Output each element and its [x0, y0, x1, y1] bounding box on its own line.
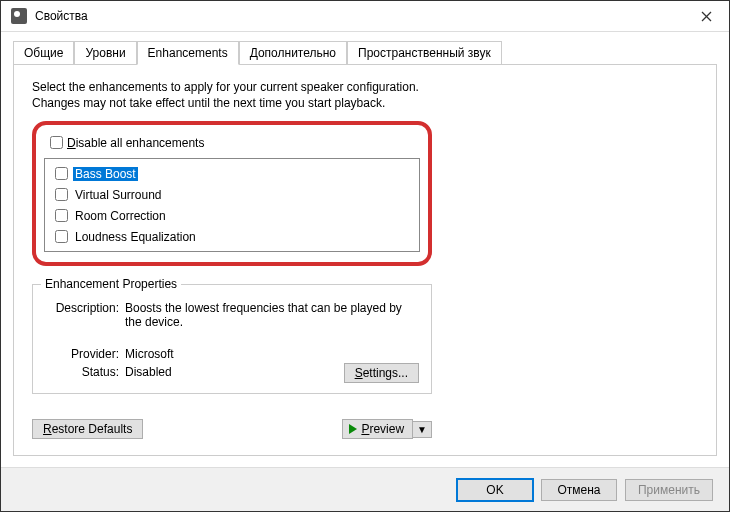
window-title: Свойства	[35, 9, 684, 23]
play-icon	[349, 424, 357, 434]
loudness-eq-checkbox[interactable]	[55, 230, 68, 243]
enhancement-item-room-correction[interactable]: Room Correction	[49, 205, 415, 226]
prop-provider-label: Provider:	[45, 347, 125, 361]
prop-status-label: Status:	[45, 365, 125, 379]
prop-provider-value: Microsoft	[125, 347, 419, 361]
preview-button[interactable]: Preview	[342, 419, 413, 439]
enhancements-description: Select the enhancements to apply for you…	[32, 79, 452, 111]
bass-boost-label: Bass Boost	[73, 167, 138, 181]
tab-enhancements[interactable]: Enhancements	[137, 41, 239, 65]
bass-boost-checkbox[interactable]	[55, 167, 68, 180]
enhancements-list[interactable]: Bass Boost Virtual Surround Room Correct…	[44, 158, 420, 252]
tab-strip: Общие Уровни Enhancements Дополнительно …	[1, 32, 729, 64]
prop-description-label: Description:	[45, 301, 125, 329]
cancel-button[interactable]: Отмена	[541, 479, 617, 501]
prop-description-value: Boosts the lowest frequencies that can b…	[125, 301, 419, 329]
enhancement-item-bass-boost[interactable]: Bass Boost	[49, 163, 415, 184]
disable-all-checkbox-row[interactable]: Disable all enhancements	[46, 133, 420, 152]
loudness-eq-label: Loudness Equalization	[73, 230, 198, 244]
properties-window: Свойства Общие Уровни Enhancements Допол…	[0, 0, 730, 512]
room-correction-checkbox[interactable]	[55, 209, 68, 222]
tab-general[interactable]: Общие	[13, 41, 74, 65]
speaker-icon	[11, 8, 27, 24]
highlight-annotation: Disable all enhancements Bass Boost Virt…	[32, 121, 432, 266]
disable-all-checkbox[interactable]	[50, 136, 63, 149]
preview-dropdown-button[interactable]: ▼	[413, 421, 432, 438]
enhancement-item-virtual-surround[interactable]: Virtual Surround	[49, 184, 415, 205]
settings-button[interactable]: Settings...	[344, 363, 419, 383]
enhancement-properties-group: Enhancement Properties Description: Boos…	[32, 284, 432, 394]
room-correction-label: Room Correction	[73, 209, 168, 223]
preview-button-group: Preview ▼	[342, 419, 432, 439]
disable-all-label: Disable all enhancements	[67, 136, 204, 150]
virtual-surround-checkbox[interactable]	[55, 188, 68, 201]
ok-button[interactable]: OK	[457, 479, 533, 501]
tab-spatial[interactable]: Пространственный звук	[347, 41, 502, 65]
enhancement-properties-legend: Enhancement Properties	[41, 277, 181, 291]
tab-advanced[interactable]: Дополнительно	[239, 41, 347, 65]
dialog-footer: OK Отмена Применить	[1, 467, 729, 511]
tab-panel-enhancements: Select the enhancements to apply for you…	[13, 64, 717, 456]
enhancement-item-loudness-eq[interactable]: Loudness Equalization	[49, 226, 415, 247]
virtual-surround-label: Virtual Surround	[73, 188, 164, 202]
apply-button[interactable]: Применить	[625, 479, 713, 501]
close-button[interactable]	[684, 1, 729, 32]
action-row: Restore Defaults Preview ▼	[32, 419, 432, 439]
close-icon	[701, 11, 712, 22]
titlebar: Свойства	[1, 1, 729, 32]
restore-defaults-button[interactable]: Restore Defaults	[32, 419, 143, 439]
tab-levels[interactable]: Уровни	[74, 41, 136, 65]
